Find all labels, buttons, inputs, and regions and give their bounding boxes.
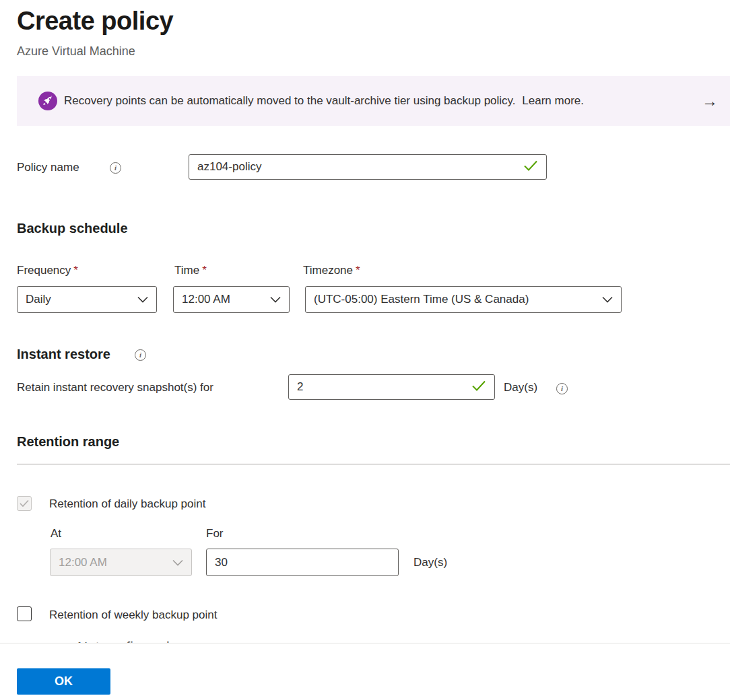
- page-subtitle: Azure Virtual Machine: [17, 44, 135, 59]
- info-icon[interactable]: i: [110, 162, 121, 174]
- page-title: Create policy: [17, 7, 173, 36]
- required-marker: *: [202, 264, 207, 277]
- required-marker: *: [356, 264, 360, 277]
- timezone-dropdown[interactable]: (UTC-05:00) Eastern Time (US & Canada): [305, 286, 622, 313]
- time-dropdown[interactable]: 12:00 AM: [173, 286, 290, 313]
- create-policy-panel: Create policy Azure Virtual Machine Reco…: [0, 0, 730, 700]
- required-marker: *: [73, 264, 78, 277]
- chevron-down-icon: [602, 293, 613, 306]
- snapshot-days-input[interactable]: [297, 380, 466, 394]
- archive-tier-banner: Recovery points can be automatically mov…: [17, 76, 730, 126]
- valid-check-icon: [523, 160, 538, 174]
- policy-name-field: [189, 154, 547, 180]
- policy-name-label: Policy name: [17, 161, 79, 174]
- frequency-label: Frequency*: [17, 264, 78, 277]
- check-icon: [20, 499, 29, 508]
- daily-for-label: For: [206, 527, 224, 540]
- daily-at-dropdown: 12:00 AM: [50, 549, 192, 576]
- footer-bar: OK: [0, 643, 730, 700]
- weekly-retention-checkbox[interactable]: [17, 606, 32, 621]
- chevron-down-icon: [172, 557, 183, 569]
- ok-button[interactable]: OK: [17, 668, 110, 695]
- banner-message: Recovery points can be automatically mov…: [64, 94, 694, 108]
- info-icon[interactable]: i: [135, 349, 146, 361]
- section-divider: [17, 464, 730, 464]
- snapshot-days-field: [288, 374, 495, 400]
- daily-retention-checkbox: [17, 496, 32, 511]
- snapshot-days-unit: Day(s): [504, 381, 537, 394]
- instant-restore-heading: Instant restore: [17, 347, 110, 362]
- chevron-down-icon: [137, 293, 148, 306]
- chevron-down-icon: [270, 293, 281, 306]
- arrow-right-icon[interactable]: →: [702, 93, 718, 109]
- timezone-label: Timezone*: [303, 264, 360, 277]
- daily-retention-label: Retention of daily backup point: [49, 497, 206, 511]
- daily-for-unit: Day(s): [413, 556, 447, 569]
- policy-name-input[interactable]: [197, 160, 518, 174]
- valid-check-icon: [471, 380, 486, 394]
- time-label: Time*: [174, 264, 207, 277]
- retention-range-heading: Retention range: [17, 434, 119, 450]
- backup-schedule-heading: Backup schedule: [17, 221, 128, 236]
- frequency-dropdown[interactable]: Daily: [17, 286, 157, 313]
- daily-for-input[interactable]: [215, 556, 390, 569]
- weekly-retention-label: Retention of weekly backup point: [49, 608, 218, 622]
- learn-more-link[interactable]: Learn more.: [522, 94, 584, 107]
- info-icon[interactable]: i: [556, 383, 568, 394]
- daily-at-label: At: [51, 527, 61, 540]
- instant-restore-label: Retain instant recovery snapshot(s) for: [17, 381, 213, 394]
- daily-for-field: [206, 549, 399, 576]
- rocket-icon: [38, 92, 57, 110]
